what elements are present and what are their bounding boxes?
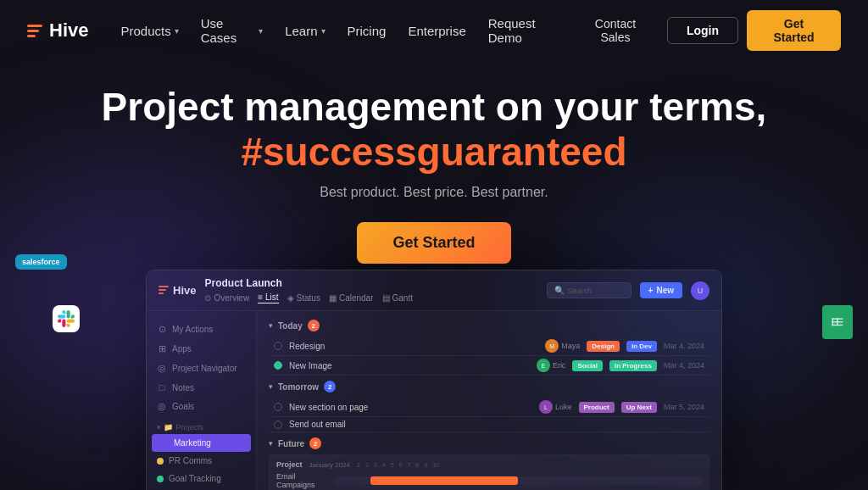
navigator-icon: ◎: [157, 363, 167, 374]
task-row: Redesign M Maya Design In Dev Mar 4, 202…: [269, 337, 709, 356]
nav-right: Contact Sales Login Get Started: [572, 10, 841, 51]
hero-subheadline: #successguaranteed: [27, 130, 841, 175]
status-badge: In Progress: [609, 360, 657, 371]
home-icon: ⊙: [157, 324, 167, 335]
svg-rect-5: [837, 318, 837, 326]
sidebar-project-marketing[interactable]: Marketing: [152, 434, 251, 452]
sidebar-project-goal-tracking[interactable]: Goal Tracking: [147, 470, 256, 487]
avatar: M: [545, 339, 559, 353]
tab-overview[interactable]: ⊙ Overview: [204, 292, 249, 303]
task-assignee: E Eric: [537, 359, 566, 372]
task-tag: Product: [579, 402, 615, 413]
chevron-down-icon: ▾: [321, 26, 326, 36]
avatar: E: [537, 359, 550, 372]
task-tag: Social: [572, 360, 603, 371]
mockup-main-content: ▾ Today 2 Redesign M Maya Design In Dev …: [257, 311, 721, 490]
nav-use-cases[interactable]: Use Cases ▾: [192, 11, 271, 50]
section-tomorrow[interactable]: ▾ Tomorrow 2: [269, 381, 709, 393]
today-badge: 2: [308, 320, 320, 331]
plus-icon: +: [648, 286, 654, 295]
section-future[interactable]: ▾ Future 2: [269, 437, 709, 449]
tab-calendar[interactable]: ▦ Calendar: [329, 292, 374, 303]
notes-icon: □: [157, 382, 167, 393]
nav-links: Products ▾ Use Cases ▾ Learn ▾ Pricing E…: [112, 11, 572, 50]
new-button[interactable]: + New: [640, 282, 682, 298]
status-badge: In Dev: [626, 341, 657, 352]
status-badge: Up Next: [621, 402, 657, 413]
search-icon: 🔍: [554, 286, 565, 295]
user-avatar[interactable]: U: [691, 281, 709, 300]
tomorrow-badge: 2: [324, 381, 336, 393]
nav-products[interactable]: Products ▾: [112, 19, 186, 43]
mockup-tabs: ⊙ Overview ≡ List ◈ Status ▦ Calendar ▤ …: [204, 292, 537, 303]
avatar: L: [539, 400, 553, 414]
get-started-nav-button[interactable]: Get Started: [747, 10, 841, 51]
chevron-down-icon: ▾: [175, 26, 179, 36]
app-mockup: Hive Product Launch ⊙ Overview ≡ List ◈ …: [146, 270, 722, 490]
task-assignee: M Maya: [545, 339, 580, 353]
sidebar-item-notes[interactable]: □ Notes: [147, 378, 256, 397]
sidebar-item-my-actions[interactable]: ⊙ My Actions: [147, 320, 256, 339]
login-button[interactable]: Login: [667, 17, 738, 44]
sidebar-project-pr-comms[interactable]: PR Comms: [147, 452, 256, 470]
slack-logo: [53, 305, 80, 332]
task-checkbox[interactable]: [274, 342, 282, 350]
mockup-title-area: Product Launch ⊙ Overview ≡ List ◈ Statu…: [204, 277, 537, 303]
sidebar-item-project-navigator[interactable]: ◎ Project Navigator: [147, 359, 256, 378]
mockup-sidebar: ⊙ My Actions ⊞ Apps ◎ Project Navigator …: [147, 311, 257, 490]
navbar: Hive Products ▾ Use Cases ▾ Learn ▾ Pric…: [0, 0, 868, 61]
task-date: Mar 4, 2024: [664, 342, 704, 350]
brand-logo[interactable]: Hive: [27, 19, 88, 42]
task-row: Send out email: [269, 417, 709, 432]
gantt-row-label: Email Campaigns: [276, 472, 327, 489]
sidebar-item-goals[interactable]: ◎ Goals: [147, 397, 256, 416]
chevron-icon: ▾: [269, 321, 273, 330]
task-assignee: L Luke: [539, 400, 572, 414]
apps-icon: ⊞: [157, 343, 167, 354]
section-today[interactable]: ▾ Today 2: [269, 320, 709, 331]
svg-rect-4: [832, 318, 833, 326]
projects-section-label: ▾ 📁 Projects: [147, 416, 256, 434]
search-field[interactable]: 🔍 Search: [547, 282, 632, 298]
mockup-logo-icon: [159, 286, 169, 296]
tab-list[interactable]: ≡ List: [258, 292, 278, 303]
gantt-bar: [370, 476, 518, 485]
chevron-down-icon: ▾: [259, 26, 263, 36]
future-badge: 2: [309, 437, 321, 449]
nav-pricing[interactable]: Pricing: [339, 19, 395, 43]
gantt-title: Project: [276, 460, 303, 469]
task-checkbox[interactable]: [274, 361, 282, 370]
task-row: New section on page L Luke Product Up Ne…: [269, 398, 709, 417]
mockup-body: ⊙ My Actions ⊞ Apps ◎ Project Navigator …: [147, 311, 721, 490]
task-checkbox[interactable]: [274, 403, 282, 411]
nav-request-demo[interactable]: Request Demo: [480, 11, 572, 50]
task-row: New Image E Eric Social In Progress Mar …: [269, 356, 709, 376]
logo-icon: [27, 25, 42, 37]
nav-left: Hive Products ▾ Use Cases ▾ Learn ▾ Pric…: [27, 11, 572, 50]
hero-section: Project management on your terms, #succe…: [0, 61, 868, 281]
hero-subtext: Best product. Best price. Best partner.: [27, 185, 841, 200]
chevron-icon: ▾: [269, 439, 273, 448]
task-date: Mar 4, 2024: [664, 361, 704, 370]
hero-cta-button[interactable]: Get Started: [357, 222, 510, 264]
sheets-logo: [822, 305, 853, 339]
sidebar-item-apps[interactable]: ⊞ Apps: [147, 339, 256, 359]
contact-sales-button[interactable]: Contact Sales: [572, 12, 659, 49]
salesforce-logo: salesforce: [15, 254, 67, 270]
mockup-logo: Hive: [159, 284, 196, 297]
task-tag: Design: [587, 341, 620, 352]
tab-status[interactable]: ◈ Status: [287, 292, 320, 303]
folder-icon: ▾ 📁: [157, 423, 173, 432]
tab-gantt[interactable]: ▤ Gantt: [382, 292, 413, 303]
task-checkbox[interactable]: [274, 420, 282, 429]
nav-enterprise[interactable]: Enterprise: [399, 19, 474, 43]
chevron-icon: ▾: [269, 382, 273, 391]
nav-learn[interactable]: Learn ▾: [276, 19, 333, 43]
hero-headline: Project management on your terms, #succe…: [27, 85, 841, 175]
brand-name: Hive: [49, 19, 88, 42]
goals-icon: ◎: [157, 401, 167, 412]
task-date: Mar 5, 2024: [664, 403, 704, 411]
